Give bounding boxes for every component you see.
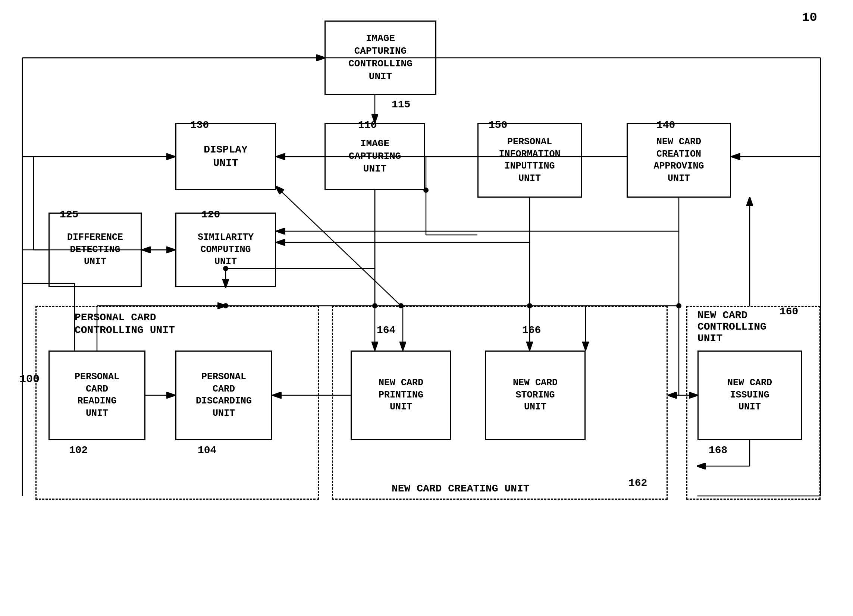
ref-115: 115 xyxy=(392,99,410,110)
ref-162: 162 xyxy=(628,477,647,489)
ref-100: 100 xyxy=(20,373,39,385)
new-card-creating-label: NEW CARD CREATING UNIT xyxy=(392,483,530,495)
ref-168: 168 xyxy=(709,445,727,456)
ref-120: 120 xyxy=(202,209,220,220)
display-block: DISPLAYUNIT xyxy=(175,123,276,190)
ref-110: 110 xyxy=(358,119,377,131)
image-capturing-block: IMAGECAPTURINGUNIT xyxy=(325,123,425,190)
ref-130: 130 xyxy=(190,119,209,131)
ref-140: 140 xyxy=(656,119,675,131)
personal-card-controlling-label2: CONTROLLING UNIT xyxy=(74,325,175,336)
personal-card-reading-block: PERSONALCARDREADINGUNIT xyxy=(49,350,146,440)
ref-125: 125 xyxy=(60,209,78,220)
svg-point-49 xyxy=(676,303,681,308)
new-card-issuing-block: NEW CARDISSUINGUNIT xyxy=(697,350,802,440)
ref-102: 102 xyxy=(69,445,88,456)
new-card-printing-block: NEW CARDPRINTINGUNIT xyxy=(351,350,451,440)
similarity-computing-block: SIMILARITYCOMPUTINGUNIT xyxy=(175,212,276,287)
image-capturing-controlling-block: IMAGECAPTURINGCONTROLLINGUNIT xyxy=(325,21,436,95)
new-card-creation-approving-block: NEW CARDCREATIONAPPROVINGUNIT xyxy=(627,123,731,198)
ref-104: 104 xyxy=(198,445,216,456)
personal-card-discarding-block: PERSONALCARDDISCARDINGUNIT xyxy=(175,350,272,440)
ref-160: 160 xyxy=(780,306,798,317)
difference-detecting-block: DIFFERENCEDETECTINGUNIT xyxy=(49,212,142,287)
ref-150: 150 xyxy=(489,119,507,131)
new-card-controlling-label: NEW CARDCONTROLLINGUNIT xyxy=(697,310,766,344)
ref-166: 166 xyxy=(522,325,541,336)
svg-line-36 xyxy=(276,187,401,306)
personal-information-block: PERSONALINFORMATIONINPUTTINGUNIT xyxy=(477,123,582,198)
personal-card-controlling-label: PERSONAL CARD xyxy=(74,312,156,323)
new-card-storing-block: NEW CARDSTORINGUNIT xyxy=(485,350,586,440)
diagram-ref: 10 xyxy=(802,11,817,24)
ref-164: 164 xyxy=(377,325,395,336)
